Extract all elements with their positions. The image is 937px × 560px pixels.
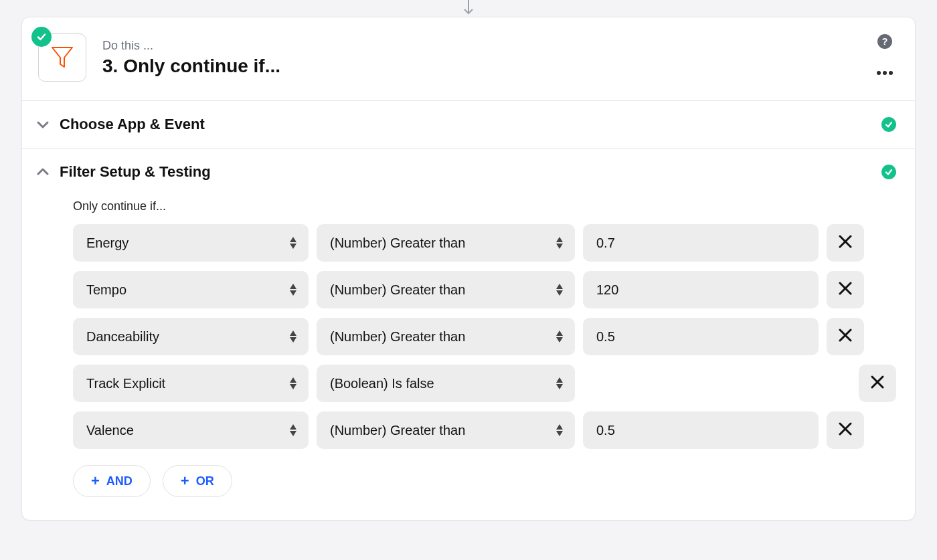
- filter-value-input[interactable]: [583, 411, 819, 449]
- svg-marker-21: [556, 337, 563, 343]
- svg-marker-15: [556, 290, 563, 296]
- stepper-icon: [288, 377, 298, 390]
- filter-field-select[interactable]: Track Explicit: [73, 365, 309, 402]
- section-title: Filter Setup & Testing: [60, 163, 211, 181]
- step-title-block: Do this ... 3. Only continue if...: [102, 39, 280, 77]
- stepper-icon: [555, 236, 564, 250]
- step-card: Do this ... 3. Only continue if... ? Cho…: [21, 17, 916, 521]
- add-and-button[interactable]: + AND: [73, 465, 151, 497]
- value-text-input[interactable]: [596, 236, 782, 251]
- section-title: Choose App & Event: [60, 116, 205, 133]
- svg-marker-31: [290, 431, 296, 436]
- filter-operator-select[interactable]: (Number) Greater than: [317, 271, 575, 308]
- field-label: Track Explicit: [86, 376, 165, 391]
- svg-marker-25: [290, 384, 296, 389]
- stepper-icon: [288, 424, 298, 437]
- svg-marker-24: [290, 377, 296, 383]
- value-text-input[interactable]: [596, 282, 782, 298]
- section-header-filter-setup[interactable]: Filter Setup & Testing: [22, 149, 915, 195]
- step-header: Do this ... 3. Only continue if... ?: [22, 17, 915, 100]
- filter-field-select[interactable]: Energy: [73, 224, 309, 262]
- section-filter-setup: Filter Setup & Testing Only continue if.…: [22, 148, 915, 520]
- status-check-icon: [31, 27, 52, 47]
- stepper-icon: [288, 330, 298, 343]
- filter-value-input[interactable]: [583, 271, 819, 308]
- filter-operator-select[interactable]: (Number) Greater than: [317, 411, 575, 449]
- value-text-input[interactable]: [596, 329, 782, 345]
- filter-operator-select[interactable]: (Boolean) Is false: [317, 365, 575, 402]
- svg-marker-13: [290, 290, 296, 296]
- help-icon[interactable]: ?: [877, 34, 892, 49]
- field-label: Danceability: [86, 329, 159, 345]
- filter-field-select[interactable]: Danceability: [73, 318, 309, 355]
- add-or-button[interactable]: + OR: [163, 465, 232, 497]
- plus-icon: +: [181, 472, 189, 490]
- filter-field-select[interactable]: Valence: [73, 411, 309, 449]
- section-complete-icon: [881, 165, 896, 179]
- value-text-input[interactable]: [596, 423, 782, 438]
- filter-value-input[interactable]: [583, 224, 819, 262]
- section-complete-icon: [881, 117, 896, 132]
- operator-label: (Number) Greater than: [330, 329, 465, 345]
- svg-marker-14: [556, 284, 563, 289]
- operator-label: (Number) Greater than: [330, 236, 465, 251]
- svg-marker-19: [290, 337, 296, 343]
- stepper-icon: [288, 236, 298, 250]
- stepper-icon: [288, 283, 298, 296]
- svg-marker-7: [290, 244, 296, 249]
- filter-intro: Only continue if...: [73, 199, 896, 213]
- logic-buttons: + AND + OR: [73, 465, 896, 497]
- filter-rule: Danceability(Number) Greater than: [73, 318, 896, 355]
- filter-rule: Tempo(Number) Greater than: [73, 271, 896, 308]
- filter-operator-select[interactable]: (Number) Greater than: [317, 224, 575, 262]
- stepper-icon: [555, 330, 564, 343]
- svg-marker-26: [556, 377, 563, 383]
- svg-marker-33: [556, 431, 563, 436]
- svg-point-5: [889, 71, 893, 75]
- step-subtitle: Do this ...: [102, 39, 280, 53]
- more-menu-icon[interactable]: [873, 64, 896, 81]
- svg-marker-12: [290, 284, 296, 289]
- section-choose-app: Choose App & Event: [22, 100, 915, 148]
- operator-label: (Boolean) Is false: [330, 376, 434, 391]
- svg-marker-20: [556, 331, 563, 336]
- chevron-down-icon: [35, 117, 50, 132]
- step-title: 3. Only continue if...: [102, 56, 280, 77]
- and-label: AND: [106, 474, 133, 488]
- close-icon: [838, 281, 853, 298]
- remove-rule-button[interactable]: [859, 365, 896, 402]
- field-label: Tempo: [86, 282, 126, 298]
- filter-body: Only continue if... Energy(Number) Great…: [22, 199, 915, 520]
- close-icon: [838, 422, 853, 439]
- remove-rule-button[interactable]: [827, 411, 864, 449]
- field-label: Valence: [86, 423, 134, 438]
- svg-point-3: [877, 71, 881, 75]
- filter-field-select[interactable]: Tempo: [73, 271, 309, 308]
- plus-icon: +: [91, 472, 100, 490]
- svg-marker-18: [290, 331, 296, 336]
- chevron-up-icon: [35, 165, 50, 179]
- section-header-choose-app[interactable]: Choose App & Event: [22, 101, 915, 148]
- field-label: Energy: [86, 236, 129, 251]
- svg-marker-6: [290, 237, 296, 242]
- or-label: OR: [196, 474, 214, 488]
- remove-rule-button[interactable]: [827, 318, 864, 355]
- filter-rule: Valence(Number) Greater than: [73, 411, 896, 449]
- app-icon-wrap: [38, 33, 86, 82]
- remove-rule-button[interactable]: [827, 224, 864, 262]
- flow-arrow-icon: [463, 0, 474, 16]
- stepper-icon: [555, 424, 564, 437]
- svg-marker-8: [556, 237, 563, 242]
- filter-operator-select[interactable]: (Number) Greater than: [317, 318, 575, 355]
- close-icon: [870, 375, 885, 392]
- close-icon: [838, 234, 853, 252]
- svg-marker-32: [556, 424, 563, 430]
- filter-rule: Energy(Number) Greater than: [73, 224, 896, 262]
- operator-label: (Number) Greater than: [330, 423, 465, 438]
- svg-marker-9: [556, 244, 563, 249]
- filter-rule: Track Explicit(Boolean) Is false: [73, 365, 896, 402]
- filter-value-input[interactable]: [583, 318, 819, 355]
- remove-rule-button[interactable]: [827, 271, 864, 308]
- stepper-icon: [555, 377, 564, 390]
- svg-text:?: ?: [882, 36, 888, 47]
